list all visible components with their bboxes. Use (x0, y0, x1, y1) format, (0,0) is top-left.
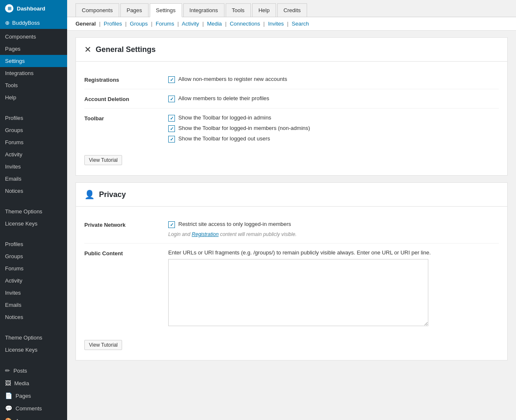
public-content-label: Public Content (84, 249, 168, 327)
sidebar-item-invites-1[interactable]: Invites (0, 161, 67, 173)
registrations-row: Registrations Allow non-members to regis… (84, 70, 499, 89)
tab-pages[interactable]: Pages (120, 3, 149, 17)
tab-settings[interactable]: Settings (150, 3, 182, 17)
public-content-textarea[interactable] (168, 259, 428, 326)
sidebar-item-media[interactable]: 🖼 Media (0, 377, 67, 389)
sidebar-item-activity-2[interactable]: Activity (0, 275, 67, 287)
buddyboss-icon: ⊕ (5, 20, 10, 26)
subnav-forums[interactable]: Forums (156, 21, 174, 27)
tab-integrations[interactable]: Integrations (183, 3, 224, 17)
sidebar-item-activity-1[interactable]: Activity (0, 148, 67, 161)
tab-help[interactable]: Help (252, 3, 276, 17)
sidebar-item-profiles-2[interactable]: Profiles (0, 238, 67, 250)
sidebar-item-groups-2[interactable]: Groups (0, 250, 67, 262)
private-network-row: Private Network Restrict site access to … (84, 215, 499, 244)
tab-tools[interactable]: Tools (226, 3, 251, 17)
subnav-profiles[interactable]: Profiles (104, 21, 122, 27)
registration-link[interactable]: Registration (192, 231, 219, 237)
private-network-control: Restrict site access to only logged-in m… (168, 221, 499, 237)
sidebar: ⊞ Dashboard ⊕ BuddyBoss Components Pages… (0, 0, 67, 420)
top-tabs: Components Pages Settings Integrations T… (67, 0, 516, 17)
subnav-groups[interactable]: Groups (130, 21, 148, 27)
subnav-connections[interactable]: Connections (230, 21, 260, 27)
sidebar-item-invites-2[interactable]: Invites (0, 287, 67, 299)
sidebar-item-integrations[interactable]: Integrations (0, 67, 67, 79)
posts-icon: ✏ (5, 367, 10, 374)
sidebar-item-emails-1[interactable]: Emails (0, 173, 67, 185)
registrations-checkbox-label: Allow non-members to register new accoun… (178, 76, 287, 82)
subnav-media[interactable]: Media (207, 21, 222, 27)
sidebar-item-forums-2[interactable]: Forums (0, 262, 67, 275)
sidebar-item-license-keys-1[interactable]: License Keys (0, 218, 67, 230)
account-deletion-checkbox[interactable] (168, 96, 175, 102)
toolbar-checkbox-admins[interactable] (168, 115, 175, 122)
media-icon: 🖼 (5, 380, 11, 386)
private-network-checkbox[interactable] (168, 221, 175, 228)
sub-menu-1: Profiles Groups Forums Activity Invites … (0, 110, 67, 199)
general-settings-box: ✕ General Settings Registrations Allow n… (76, 37, 508, 176)
private-network-label: Private Network (84, 221, 168, 237)
toolbar-checkbox-row-2: Show the Toolbar for logged-in members (… (168, 125, 499, 132)
account-deletion-checkbox-row: Allow members to delete their profiles (168, 95, 499, 102)
registrations-checkbox-row: Allow non-members to register new accoun… (168, 76, 499, 83)
toolbar-label: Toolbar (84, 114, 168, 143)
toolbar-control: Show the Toolbar for logged-in admins Sh… (168, 114, 499, 143)
public-content-row: Public Content Enter URLs or URI fragmen… (84, 244, 499, 333)
registrations-label: Registrations (84, 76, 168, 83)
sidebar-brand[interactable]: ⊞ Dashboard (0, 0, 67, 17)
general-view-tutorial-button[interactable]: View Tutorial (84, 155, 122, 165)
sidebar-item-help[interactable]: Help (0, 91, 67, 104)
subnav-general[interactable]: General (76, 21, 96, 27)
account-deletion-control: Allow members to delete their profiles (168, 95, 499, 102)
comments-icon: 💬 (5, 405, 12, 412)
sidebar-item-notices-1[interactable]: Notices (0, 185, 67, 197)
toolbar-checkbox-loggedout[interactable] (168, 136, 175, 143)
extra-menu-2: Theme Options License Keys (0, 330, 67, 358)
sidebar-item-theme-options-1[interactable]: Theme Options (0, 205, 67, 218)
tab-components[interactable]: Components (76, 3, 119, 17)
sidebar-item-buddyboss[interactable]: ⊕ BuddyBoss (0, 17, 67, 29)
toolbar-row: Toolbar Show the Toolbar for logged-in a… (84, 109, 499, 148)
private-network-checkbox-row: Restrict site access to only logged-in m… (168, 221, 499, 228)
general-settings-header: ✕ General Settings (76, 38, 507, 62)
subnav-invites[interactable]: Invites (268, 21, 284, 27)
sidebar-item-forums-1[interactable]: Forums (0, 136, 67, 148)
account-deletion-row: Account Deletion Allow members to delete… (84, 89, 499, 109)
sidebar-item-posts[interactable]: ✏ Posts (0, 364, 67, 377)
sidebar-item-notices-2[interactable]: Notices (0, 311, 67, 323)
sidebar-item-emails-2[interactable]: Emails (0, 299, 67, 311)
sidebar-item-groups-1[interactable]: Groups (0, 124, 67, 136)
pages-icon: 📄 (5, 392, 12, 399)
sidebar-item-appearance[interactable]: 🎨 Appearance (0, 415, 67, 420)
dashboard-icon: ⊞ (5, 4, 13, 13)
sidebar-item-license-keys-2[interactable]: License Keys (0, 344, 67, 356)
buddyboss-menu: Components Pages Settings Integrations T… (0, 29, 67, 105)
sidebar-item-theme-options-2[interactable]: Theme Options (0, 332, 67, 344)
sidebar-item-tools[interactable]: Tools (0, 79, 67, 91)
tab-credits[interactable]: Credits (277, 3, 307, 17)
wp-main-menu: ✏ Posts 🖼 Media 📄 Pages 💬 Comments 🎨 App… (0, 363, 67, 420)
privacy-view-tutorial-button[interactable]: View Tutorial (84, 340, 122, 350)
subnav-activity[interactable]: Activity (182, 21, 199, 27)
sidebar-item-profiles-1[interactable]: Profiles (0, 112, 67, 124)
sidebar-item-pages[interactable]: Pages (0, 43, 67, 55)
extra-menu-1: Theme Options License Keys (0, 204, 67, 231)
buddyboss-label: BuddyBoss (12, 20, 40, 26)
toolbar-checkbox-admins-label: Show the Toolbar for logged-in admins (178, 114, 271, 121)
toolbar-checkbox-members-label: Show the Toolbar for logged-in members (… (178, 125, 310, 131)
public-content-description: Enter URLs or URI fragments (e.g. /group… (168, 249, 499, 256)
dashboard-label: Dashboard (17, 5, 45, 12)
privacy-settings-body: Private Network Restrict site access to … (76, 207, 507, 360)
sidebar-item-settings[interactable]: Settings (0, 55, 67, 67)
private-network-checkbox-label: Restrict site access to only logged-in m… (178, 221, 291, 227)
toolbar-checkbox-members[interactable] (168, 125, 175, 132)
sidebar-item-components[interactable]: Components (0, 31, 67, 43)
privacy-settings-box: 👤 Privacy Private Network Restrict site … (76, 182, 508, 360)
privacy-settings-icon: 👤 (84, 189, 95, 200)
registrations-checkbox[interactable] (168, 76, 175, 83)
toolbar-checkbox-row-1: Show the Toolbar for logged-in admins (168, 114, 499, 122)
sidebar-item-comments[interactable]: 💬 Comments (0, 402, 67, 415)
account-deletion-label: Account Deletion (84, 95, 168, 102)
sidebar-item-wp-pages[interactable]: 📄 Pages (0, 389, 67, 402)
subnav-search[interactable]: Search (292, 21, 309, 27)
